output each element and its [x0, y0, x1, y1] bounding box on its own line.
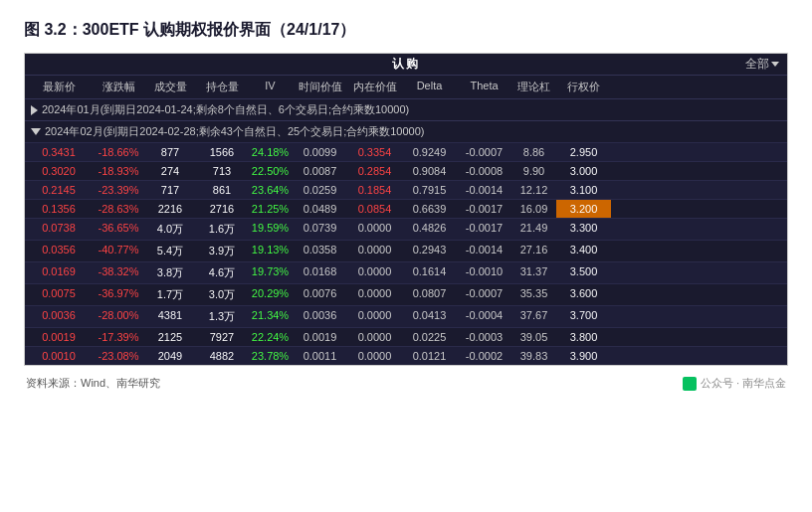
group-row-1[interactable]: 2024年01月(到期日2024-01-24;剩余8个自然日、6个交易日;合约乘… — [25, 98, 787, 120]
col-headers: 最新价 涨跌幅 成交量 持仓量 IV 时间价值 内在价值 Delta Theta… — [25, 75, 787, 98]
cell-iv: 22.50% — [248, 162, 293, 180]
cell-theta: -0.0007 — [457, 284, 511, 305]
data-rows-container: 0.3431-18.66%877156624.18%0.00990.33540.… — [25, 142, 787, 365]
cell-iv: 19.73% — [248, 262, 293, 283]
cell-ccl: 861 — [196, 181, 248, 199]
cell-nzjz: 0.0000 — [347, 262, 402, 283]
cell-xqj: 3.100 — [556, 181, 611, 199]
cell-nzjz: 0.0000 — [347, 241, 402, 261]
group-row-2[interactable]: 2024年02月(到期日2024-02-28;剩余43个自然日、25个交易日;合… — [25, 120, 787, 142]
table-row: 0.3431-18.66%877156624.18%0.00990.33540.… — [25, 142, 787, 161]
cell-zxj: 0.0738 — [25, 219, 93, 240]
cell-zdf: -38.32% — [93, 262, 144, 283]
cell-xqj: 3.900 — [556, 347, 611, 365]
table-row: 0.0738-36.65%4.0万1.6万19.59%0.07390.00000… — [25, 218, 787, 240]
cell-nzjz: 0.0000 — [347, 347, 402, 365]
cell-ccl: 3.0万 — [196, 284, 248, 305]
cell-llg: 27.16 — [511, 241, 556, 261]
table-row: 0.2145-23.39%71786123.64%0.02590.18540.7… — [25, 180, 787, 199]
cell-zdf: -36.65% — [93, 219, 144, 240]
table-row: 0.0169-38.32%3.8万4.6万19.73%0.01680.00000… — [25, 261, 787, 283]
cell-cjl: 3.8万 — [144, 262, 196, 283]
cell-llg: 39.05 — [511, 328, 556, 346]
col-header-delta: Delta — [402, 76, 457, 98]
cell-zdf: -23.08% — [93, 347, 144, 365]
cell-zxj: 0.0036 — [25, 306, 93, 327]
cell-sjjz: 0.0076 — [293, 284, 347, 305]
cell-delta: 0.7915 — [402, 181, 457, 199]
cell-zdf: -28.00% — [93, 306, 144, 327]
cell-nzjz: 0.1854 — [347, 181, 402, 199]
cell-llg: 35.35 — [511, 284, 556, 305]
cell-sjjz: 0.0019 — [293, 328, 347, 346]
cell-ccl: 1566 — [196, 143, 248, 161]
cell-sjjz: 0.0011 — [293, 347, 347, 365]
cell-cjl: 274 — [144, 162, 196, 180]
cell-delta: 0.9249 — [402, 143, 457, 161]
cell-delta: 0.0413 — [402, 306, 457, 327]
cell-xqj: 3.600 — [556, 284, 611, 305]
cell-nzjz: 0.0854 — [347, 200, 402, 218]
cell-zxj: 0.0356 — [25, 241, 93, 261]
cell-xqj: 3.300 — [556, 219, 611, 240]
cell-cjl: 2216 — [144, 200, 196, 218]
cell-theta: -0.0008 — [457, 162, 511, 180]
cell-iv: 19.59% — [248, 219, 293, 240]
cell-sjjz: 0.0087 — [293, 162, 347, 180]
cell-theta: -0.0004 — [457, 306, 511, 327]
cell-cjl: 5.4万 — [144, 241, 196, 261]
cell-zxj: 0.0019 — [25, 328, 93, 346]
cell-nzjz: 0.2854 — [347, 162, 402, 180]
cell-zxj: 0.0075 — [25, 284, 93, 305]
group1-label: 2024年01月(到期日2024-01-24;剩余8个自然日、6个交易日;合约乘… — [42, 102, 409, 117]
table-row: 0.0356-40.77%5.4万3.9万19.13%0.03580.00000… — [25, 240, 787, 261]
cell-delta: 0.2943 — [402, 241, 457, 261]
cell-zxj: 0.0010 — [25, 347, 93, 365]
cell-cjl: 2125 — [144, 328, 196, 346]
cell-sjjz: 0.0739 — [293, 219, 347, 240]
cell-zxj: 0.1356 — [25, 200, 93, 218]
cell-iv: 23.78% — [248, 347, 293, 365]
cell-llg: 39.83 — [511, 347, 556, 365]
cell-theta: -0.0017 — [457, 219, 511, 240]
cell-delta: 0.0121 — [402, 347, 457, 365]
cell-iv: 20.29% — [248, 284, 293, 305]
page-title: 图 3.2：300ETF 认购期权报价界面（24/1/17） — [24, 20, 788, 41]
table-row: 0.0010-23.08%2049488223.78%0.00110.00000… — [25, 346, 787, 365]
zhengou-label: 认购 — [392, 56, 420, 73]
cell-cjl: 717 — [144, 181, 196, 199]
header-top: 认购 全部 — [25, 54, 787, 75]
col-header-llg: 理论杠 — [511, 76, 556, 98]
cell-cjl: 2049 — [144, 347, 196, 365]
cell-zdf: -36.97% — [93, 284, 144, 305]
cell-xqj: 3.800 — [556, 328, 611, 346]
col-header-nzjz: 内在价值 — [347, 76, 402, 98]
cell-cjl: 4381 — [144, 306, 196, 327]
cell-xqj: 3.400 — [556, 241, 611, 261]
cell-llg: 8.86 — [511, 143, 556, 161]
cell-zdf: -40.77% — [93, 241, 144, 261]
cell-iv: 23.64% — [248, 181, 293, 199]
cell-theta: -0.0003 — [457, 328, 511, 346]
col-header-theta: Theta — [457, 76, 511, 98]
cell-delta: 0.4826 — [402, 219, 457, 240]
cell-ccl: 4.6万 — [196, 262, 248, 283]
page-container: 图 3.2：300ETF 认购期权报价界面（24/1/17） 认购 全部 最新价… — [0, 0, 812, 512]
cell-iv: 19.13% — [248, 241, 293, 261]
wx-icon — [683, 377, 697, 391]
chevron-down-icon — [771, 62, 779, 67]
col-header-ccl: 持仓量 — [196, 76, 248, 98]
cell-cjl: 877 — [144, 143, 196, 161]
cell-nzjz: 0.0000 — [347, 284, 402, 305]
cell-zdf: -17.39% — [93, 328, 144, 346]
cell-sjjz: 0.0168 — [293, 262, 347, 283]
cell-nzjz: 0.0000 — [347, 328, 402, 346]
cell-ccl: 713 — [196, 162, 248, 180]
cell-theta: -0.0014 — [457, 181, 511, 199]
collapse-icon-1 — [31, 105, 38, 115]
cell-theta: -0.0002 — [457, 347, 511, 365]
table-row: 0.0019-17.39%2125792722.24%0.00190.00000… — [25, 327, 787, 346]
group2-label: 2024年02月(到期日2024-02-28;剩余43个自然日、25个交易日;合… — [45, 124, 424, 139]
cell-llg: 16.09 — [511, 200, 556, 218]
quanbu-label[interactable]: 全部 — [745, 56, 787, 73]
